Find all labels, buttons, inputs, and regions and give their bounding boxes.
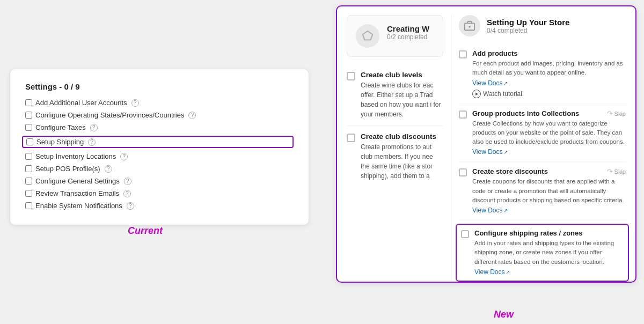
item-label: Setup Shipping (36, 138, 84, 146)
checkbox-setup-shipping[interactable] (26, 138, 33, 145)
list-item: Configure General Settings ? (25, 177, 294, 185)
list-item: Setup Inventory Locations ? (25, 152, 294, 160)
collections-desc: Create Collections by how you want to ca… (472, 119, 626, 147)
store-item-products: Add products For each product add images… (459, 44, 626, 104)
settings-list: Add Additional User Accounts ? Configure… (25, 99, 294, 210)
shipping-desc: Add in your rates and shipping types to … (474, 239, 624, 267)
creating-info: Creating W 0/2 completed (387, 24, 434, 41)
item-label: Enable System Notifications (35, 202, 122, 210)
help-icon[interactable]: ? (120, 153, 128, 160)
club-discounts-item: Create club discounts Create promotions … (347, 126, 443, 187)
skip-arrow-icon: ↷ (607, 109, 613, 117)
products-checkbox[interactable] (459, 50, 467, 58)
checkbox-configure-states[interactable] (25, 112, 32, 119)
skip-arrow-icon: ↷ (607, 167, 613, 175)
discounts-checkbox[interactable] (459, 168, 467, 176)
shipping-checkbox[interactable] (461, 230, 469, 238)
list-item: Configure Taxes ? (25, 123, 294, 131)
discounts-view-docs[interactable]: View Docs (472, 207, 508, 214)
list-item: Setup POS Profile(s) ? (25, 165, 294, 173)
checkbox-general[interactable] (25, 178, 32, 185)
creating-card: Creating W 0/2 completed (347, 15, 443, 57)
store-card-title: Setting Up Your Store (487, 18, 569, 27)
help-icon[interactable]: ? (188, 112, 196, 119)
item-label: Configure Taxes (35, 123, 86, 131)
club-levels-item: Create club levels Create wine clubs for… (347, 64, 443, 126)
products-view-docs[interactable]: View Docs (472, 79, 508, 87)
discounts-skip: ↷ Skip (604, 167, 626, 175)
item-label: Setup POS Profile(s) (35, 165, 100, 173)
collections-skip: ↷ Skip (604, 109, 626, 117)
list-item: Enable System Notifications ? (25, 202, 294, 210)
club-discounts-checkbox[interactable] (347, 134, 355, 142)
collections-view-docs[interactable]: View Docs (472, 148, 508, 156)
collections-row: Group products into Collections ↷ Skip (472, 109, 626, 119)
checkbox-configure-taxes[interactable] (25, 124, 32, 131)
collections-checkbox[interactable] (459, 111, 467, 119)
list-item: Review Transaction Emails ? (25, 189, 294, 197)
club-discounts-title: Create club discounts (361, 132, 443, 141)
store-card-subtitle: 0/4 completed (487, 27, 569, 34)
club-levels-content: Create club levels Create wine clubs for… (361, 71, 443, 119)
list-item: Configure Operating States/Provinces/Cou… (25, 111, 294, 119)
item-label: Configure Operating States/Provinces/Cou… (35, 111, 184, 119)
discounts-desc: Create coupons for discounts that are ap… (472, 177, 626, 205)
help-icon[interactable]: ? (123, 190, 131, 197)
club-discounts-desc: Create promotions to aut club members. I… (361, 142, 443, 181)
skip-label[interactable]: Skip (614, 111, 626, 117)
store-item-collections: Group products into Collections ↷ Skip C… (459, 104, 626, 163)
discounts-title: Create store discounts (472, 167, 548, 175)
products-desc: For each product add images, pricing, in… (472, 59, 626, 78)
item-label: Add Additional User Accounts (35, 99, 127, 107)
collections-content: Group products into Collections ↷ Skip C… (472, 109, 626, 157)
creating-section: Creating W 0/2 completed Create club lev… (347, 15, 451, 282)
checkbox-transaction-emails[interactable] (25, 190, 32, 197)
discounts-row: Create store discounts ↷ Skip (472, 167, 626, 177)
left-panel: Settings - 0 / 9 Add Additional User Acc… (10, 69, 309, 225)
club-discounts-content: Create club discounts Create promotions … (361, 132, 443, 181)
item-label: Configure General Settings (35, 177, 120, 185)
store-item-discounts: Create store discounts ↷ Skip Create cou… (459, 162, 626, 220)
help-icon[interactable]: ? (124, 178, 131, 185)
checkbox-add-users[interactable] (25, 99, 32, 106)
shipping-title: Configure shipping rates / zones (474, 229, 624, 237)
creating-title: Creating W (387, 24, 434, 33)
store-item-shipping: Configure shipping rates / zones Add in … (456, 224, 629, 282)
tutorial-label: Watch tutorial (483, 90, 522, 98)
watch-tutorial[interactable]: Watch tutorial (472, 90, 626, 98)
item-label: Review Transaction Emails (35, 189, 119, 197)
svg-marker-0 (363, 31, 372, 40)
play-icon (472, 90, 481, 98)
club-levels-title: Create club levels (361, 71, 443, 79)
creating-subtitle: 0/2 completed (387, 33, 434, 41)
store-icon (459, 15, 480, 36)
list-item-highlighted: Setup Shipping ? (22, 136, 294, 148)
item-label: Setup Inventory Locations (35, 152, 116, 160)
club-levels-checkbox[interactable] (347, 72, 355, 80)
products-title: Add products (472, 49, 626, 57)
checkbox-inventory[interactable] (25, 153, 32, 160)
help-icon[interactable]: ? (131, 99, 139, 107)
right-panel: Creating W 0/2 completed Create club lev… (336, 5, 636, 283)
help-icon[interactable]: ? (88, 138, 96, 146)
current-label: Current (128, 225, 163, 237)
shipping-view-docs[interactable]: View Docs (474, 268, 510, 276)
help-icon[interactable]: ? (105, 165, 112, 173)
list-item: Add Additional User Accounts ? (25, 99, 294, 107)
diamond-icon (356, 24, 379, 48)
products-content: Add products For each product add images… (472, 49, 626, 98)
store-header-info: Setting Up Your Store 0/4 completed (487, 18, 569, 34)
help-icon[interactable]: ? (90, 124, 98, 131)
checkbox-pos[interactable] (25, 165, 32, 172)
discounts-content: Create store discounts ↷ Skip Create cou… (472, 167, 626, 215)
checkbox-notifications[interactable] (25, 202, 32, 209)
help-icon[interactable]: ? (127, 202, 134, 210)
store-section: Setting Up Your Store 0/4 completed Add … (459, 15, 626, 282)
collections-title: Group products into Collections (472, 109, 579, 117)
shipping-content: Configure shipping rates / zones Add in … (474, 229, 624, 276)
club-levels-desc: Create wine clubs for eac offer. Either … (361, 80, 443, 119)
skip-label[interactable]: Skip (614, 168, 626, 175)
new-label: New (494, 309, 514, 320)
settings-title: Settings - 0 / 9 (25, 82, 294, 91)
